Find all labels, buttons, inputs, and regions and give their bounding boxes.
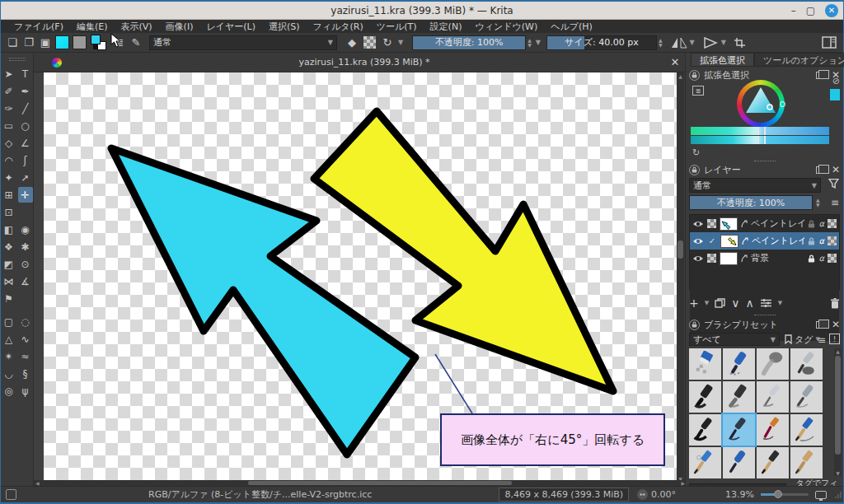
layer-name[interactable]: ペイントレイヤ...	[752, 235, 804, 247]
alpha-lock-icon[interactable]: α	[818, 236, 824, 245]
opacity-spinner[interactable]: ▲▼	[526, 38, 533, 48]
docker-splitter[interactable]	[754, 161, 776, 161]
brush-filter-dropdown[interactable]: すべて ▼	[689, 333, 780, 346]
maximize-button[interactable]: ▢	[806, 6, 815, 16]
tag-button[interactable]: タグ ▼	[785, 333, 820, 346]
layer-opacity-slider[interactable]: 不透明度: 100%	[689, 195, 813, 210]
tool-polygon[interactable]: ◇	[2, 135, 16, 151]
visibility-eye-icon[interactable]	[692, 254, 704, 263]
zoom-percent[interactable]: 13.9%	[725, 489, 754, 500]
tool-zoom[interactable]: ◎	[2, 383, 16, 399]
tool-transform[interactable]: ⊞	[2, 187, 16, 203]
brush-preset-ink-pen-selected[interactable]	[723, 414, 755, 446]
tool-assistants[interactable]: ⋈	[2, 273, 16, 289]
reload-dropdown-icon[interactable]: ▼	[396, 39, 406, 46]
add-layer-button[interactable]: +	[689, 296, 699, 310]
tool-edit-shapes[interactable]: ✐	[2, 83, 16, 99]
tab-tool-options[interactable]: ツールのオプション	[754, 53, 844, 67]
tool-color-sampler[interactable]: ◉	[18, 222, 33, 237]
layer-properties-button[interactable]	[760, 298, 772, 308]
tool-crop[interactable]: ⊡	[2, 204, 16, 220]
layer-lock-icon[interactable]	[808, 254, 815, 263]
menu-file[interactable]: ファイル(F)	[7, 21, 70, 33]
inherit-alpha-icon[interactable]	[828, 236, 837, 245]
layer-row-background[interactable]: 背景 α	[690, 250, 839, 267]
tool-fill[interactable]: ◩	[2, 256, 16, 272]
hscroll-thumb[interactable]	[248, 481, 512, 485]
close-docker-icon[interactable]: ✕	[832, 319, 840, 330]
float-docker-icon[interactable]	[816, 72, 825, 79]
tool-smart-patch[interactable]: ✱	[18, 239, 33, 254]
brush-preset-pen-blue[interactable]	[723, 348, 755, 380]
menu-help[interactable]: ヘルプ(H)	[544, 21, 599, 33]
size-slider[interactable]: サイズ: 40.00 px	[546, 35, 657, 50]
tool-multibrush[interactable]: ➚	[18, 170, 33, 185]
lock-docker-icon[interactable]	[689, 165, 700, 175]
brush-preset-pen-blue2[interactable]	[723, 447, 755, 478]
layer-thumbnail[interactable]	[720, 217, 738, 231]
float-docker-icon[interactable]	[816, 321, 825, 329]
tool-bezier-curve[interactable]: ◠	[2, 152, 16, 168]
tool-ellipse[interactable]: ○	[18, 118, 33, 133]
color-wheel[interactable]	[737, 80, 785, 128]
close-button[interactable]: ✕	[825, 4, 838, 17]
scroll-up-icon[interactable]: ▲	[677, 72, 684, 81]
brush-preset-pencil-blue2[interactable]	[689, 447, 721, 478]
brush-preset-pencil-blue[interactable]	[790, 414, 823, 446]
wraparound-mode-icon[interactable]	[702, 37, 719, 49]
no-color-icon[interactable]: ⊘	[832, 76, 840, 86]
brush-preset-eraser[interactable]	[689, 348, 721, 380]
tool-pattern-edit[interactable]: ❖	[2, 239, 16, 254]
opacity-slider[interactable]: 不透明度: 100%	[412, 35, 526, 50]
menu-image[interactable]: 画像(I)	[159, 21, 200, 33]
pattern-swatch[interactable]	[73, 35, 87, 49]
menu-window[interactable]: ウィンドウ(W)	[468, 21, 544, 33]
brush-grid-scrollbar[interactable]: ▲ ▼	[834, 348, 842, 476]
reload-preset-icon[interactable]: ↻	[379, 35, 396, 51]
workspace-chooser-icon[interactable]	[822, 36, 837, 49]
fg-bg-colors[interactable]	[91, 35, 109, 51]
layer-name[interactable]: ペイントレイヤ...	[751, 217, 804, 230]
move-layer-up-button[interactable]: ∧	[745, 296, 753, 310]
layer-row-paint1[interactable]: ペイントレイヤ... α	[690, 215, 839, 232]
brush-view-list-icon[interactable]: ≡	[818, 334, 826, 346]
fit-to-screen-icon[interactable]	[815, 491, 827, 499]
new-document-icon[interactable]: ❏	[4, 35, 21, 51]
gradient-swatch[interactable]	[55, 35, 69, 49]
tool-dynamic-brush[interactable]: ✦	[2, 170, 16, 185]
tool-bezier-select[interactable]: ◡	[2, 366, 16, 381]
scrollbar-thumb[interactable]	[835, 356, 841, 455]
brush-view-detail-icon[interactable]: !	[829, 334, 840, 344]
brush-preset-pencil-tan[interactable]	[790, 447, 823, 478]
menu-filter[interactable]: フィルタ(R)	[307, 21, 370, 33]
layer-blend-mode-dropdown[interactable]: 通常 ▼	[689, 178, 821, 193]
menu-select[interactable]: 選択(S)	[262, 21, 307, 33]
tool-ellipse-select[interactable]: ◌	[18, 314, 33, 329]
trim-canvas-icon[interactable]	[734, 37, 747, 49]
scroll-down-icon[interactable]: ▼	[834, 470, 842, 476]
layer-properties-icon[interactable]: ≡	[831, 197, 839, 208]
visibility-eye-icon[interactable]	[692, 220, 704, 228]
selection-shape-icon[interactable]	[6, 489, 16, 500]
add-layer-dropdown-icon[interactable]: ▼	[705, 300, 709, 306]
eraser-mode-icon[interactable]: ◆	[344, 35, 360, 51]
layer-lock-icon[interactable]	[808, 237, 815, 245]
refresh-colors-icon[interactable]: ↻	[692, 147, 700, 158]
lock-docker-icon[interactable]	[689, 70, 700, 81]
tab-advanced-color-selector[interactable]: 拡張色選択	[691, 53, 754, 67]
brush-preset-fine-nib[interactable]	[757, 381, 789, 413]
mirror-horizontal-icon[interactable]	[671, 37, 687, 49]
move-layer-down-button[interactable]: ∨	[731, 296, 739, 310]
canvas-vertical-scrollbar[interactable]: ▲ ▼	[677, 72, 684, 483]
brush-preset-ink-nib[interactable]	[790, 348, 823, 380]
duplicate-layer-button[interactable]	[715, 298, 725, 308]
tool-move[interactable]: ✛	[18, 187, 33, 203]
tool-freehand-brush[interactable]: ✑	[2, 100, 16, 116]
tool-rect-select[interactable]: ▢	[2, 314, 16, 329]
document-titlebar[interactable]: yazirusi_11.kra (399.3 MiB) * ✕	[34, 53, 687, 72]
minimize-button[interactable]: –	[791, 6, 796, 16]
layer-filter-icon[interactable]	[828, 178, 839, 189]
menu-edit[interactable]: 編集(E)	[70, 21, 115, 33]
brush-preset-metal-pen[interactable]	[790, 381, 823, 413]
layer-opacity-spinner[interactable]: ▲▼	[814, 198, 822, 208]
